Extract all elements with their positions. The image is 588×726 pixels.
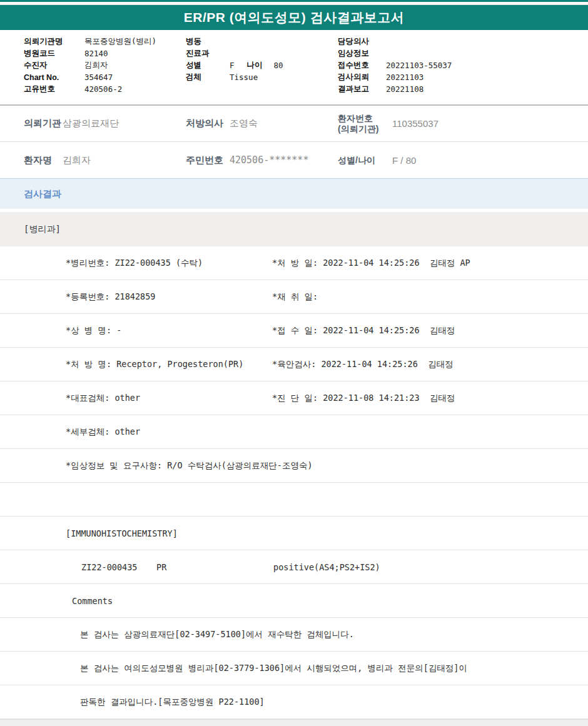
detail-row-registration-number: *등록번호: 21842859 *채 취 일: [0, 280, 588, 314]
sex-age-label: 성별/나이 [338, 155, 392, 166]
header-field: 수진자 김희자 [24, 59, 186, 71]
header-field: 병원코드 82140 [24, 48, 186, 59]
field-value: 20221108 [386, 84, 423, 94]
header-field: 결과보고 20221108 [338, 83, 588, 95]
field-label: 검체 [186, 72, 230, 83]
ihc-result-row: ZI22-000435 PR positive(AS4;PS2+IS2) [0, 550, 588, 584]
header-field: 접수번호 20221103-55037 [338, 59, 588, 71]
collection-date: *채 취 일: [272, 291, 318, 303]
comment-row-3: 판독한 결과입니다.[목포중앙병원 P22-1100] [0, 685, 588, 719]
ihc-specimen-code: ZI22-000435 [81, 562, 137, 572]
field-value: 20221103 [386, 73, 423, 82]
field-value: 82140 [84, 49, 108, 58]
report-title-bar: ER/PR (여의도성모) 검사결과보고서 [0, 5, 588, 30]
header-field: 고유번호 420506-2 [24, 83, 186, 95]
field-label: 검사의뢰 [338, 72, 386, 83]
prescribing-doctor-value: 조영숙 [230, 118, 258, 129]
detail-row-diagnosis-name: *상 병 명: - *접 수 일: 2022-11-04 14:25:26 김태… [0, 314, 588, 348]
patient-name-label: 환자명 [24, 154, 63, 166]
field-label-age: 나이 [247, 60, 274, 71]
detail-row-pathology-number: *병리번호: ZI22-000435 (수탁) *처 방 일: 2022-11-… [0, 246, 588, 280]
field-value: 354647 [84, 73, 113, 82]
detail-row-prescription-name: *처 방 명: Receptor, Progesteron(PR) *육안검사:… [0, 348, 588, 381]
referring-org-value: 삼광의료재단 [63, 118, 119, 129]
ihc-section-header: [IMMUNOHISTOCHEMISTRY] [66, 528, 178, 538]
diagnosis-date: *진 단 일: 2022-11-08 14:21:23 김태정 [272, 393, 455, 404]
gross-exam-date: *육안검사: 2022-11-04 14:25:26 김태정 [272, 359, 454, 370]
department-section-header: [병리과] [0, 212, 588, 246]
comment-row-2: 본 검사는 여의도성모병원 병리과[02-3779-1306]에서 시행되었으며… [0, 652, 588, 685]
resident-number-cell: 주민번호 420506-******* [186, 154, 338, 166]
report-header-info: 의뢰기관명 목포중앙병원(병리) 병원코드 82140 수진자 김희자 Char… [0, 30, 588, 106]
prescription-name: *처 방 명: Receptor, Progesteron(PR) [66, 359, 243, 370]
header-col-left: 의뢰기관명 목포중앙병원(병리) 병원코드 82140 수진자 김희자 Char… [0, 36, 186, 104]
patient-number-label-line2: (의뢰기관) [338, 124, 378, 134]
header-field: 담당의사 [338, 36, 588, 48]
patient-info-row-1: 의뢰기관 삼광의료재단 처방의사 조영숙 환자번호(의뢰기관) 11035503… [0, 106, 588, 142]
field-label: Chart No. [24, 73, 84, 82]
detail-row-main-specimen: *대표검체: other *진 단 일: 2022-11-08 14:21:23… [0, 381, 588, 415]
ihc-header-row: [IMMUNOHISTOCHEMISTRY] [0, 517, 588, 550]
sex-age-cell: 성별/나이 F / 80 [338, 155, 588, 166]
comments-label: Comments [72, 596, 113, 606]
field-value: 420506-2 [84, 84, 122, 94]
field-label: 진료과 [186, 48, 230, 59]
field-value: Tissue [230, 73, 258, 82]
resident-number-value: 420506-******* [230, 154, 308, 166]
diagnosis-name: *상 병 명: - [66, 325, 121, 336]
patient-info-row-2: 환자명 김희자 주민번호 420506-******* 성별/나이 F / 80 [0, 142, 588, 179]
header-col-right: 담당의사 임상정보 접수번호 20221103-55037 검사의뢰 20221… [338, 36, 588, 104]
comment-row-1: 본 검사는 삼광의료재단[02-3497-5100]에서 재수탁한 검체입니다. [0, 618, 588, 652]
header-field: Chart No. 354647 [24, 71, 186, 83]
test-results-section-header: 검사결과 [0, 179, 588, 209]
ihc-test-name: PR [156, 562, 166, 572]
comment-line-2: 본 검사는 여의도성모병원 병리과[02-3779-1306]에서 시행되었으며… [80, 663, 467, 674]
prescribing-doctor-label: 처방의사 [186, 118, 230, 129]
header-field: 성별 F 나이 80 [186, 59, 338, 71]
field-label: 접수번호 [338, 60, 386, 71]
field-label: 수진자 [24, 60, 84, 71]
header-field: 병동 [186, 36, 338, 48]
resident-number-label: 주민번호 [186, 154, 230, 166]
field-label: 성별 [186, 60, 230, 71]
field-value: F [230, 61, 235, 70]
pathology-number: *병리번호: ZI22-000435 (수탁) [66, 258, 203, 269]
field-label: 임상정보 [338, 48, 386, 59]
sub-specimen: *세부검체: other [66, 426, 140, 438]
header-field: 검사의뢰 20221103 [338, 71, 588, 83]
ihc-test-result: positive(AS4;PS2+IS2) [273, 562, 380, 572]
department-name: [병리과] [24, 224, 61, 235]
bottom-strip [0, 719, 588, 726]
field-label: 담당의사 [338, 36, 386, 47]
spacer-row [0, 483, 588, 517]
comments-header-row: Comments [0, 584, 588, 618]
field-label: 의뢰기관명 [24, 36, 84, 47]
comment-line-3: 판독한 결과입니다.[목포중앙병원 P22-1100] [80, 697, 265, 708]
detail-row-sub-specimen: *세부검체: other [0, 415, 588, 449]
field-value: 20221103-55037 [386, 61, 452, 70]
header-field: 진료과 [186, 48, 338, 59]
prescribing-doctor-cell: 처방의사 조영숙 [186, 118, 338, 129]
field-label: 결과보고 [338, 84, 386, 94]
clinical-info: *임상정보 및 요구사항: R/O 수탁검사(삼광의료재단-조영숙) [66, 460, 313, 471]
test-results-section-title: 검사결과 [24, 188, 61, 200]
header-field: 검체 Tissue [186, 71, 338, 83]
patient-number-value: 110355037 [392, 118, 438, 129]
receipt-date: *접 수 일: 2022-11-04 14:25:26 김태정 [272, 325, 455, 336]
header-field: 의뢰기관명 목포중앙병원(병리) [24, 36, 186, 48]
main-specimen: *대표검체: other [66, 393, 140, 404]
patient-number-label-line1: 환자번호 [338, 113, 373, 123]
header-col-middle: 병동 진료과 성별 F 나이 80 검체 Tissue [186, 36, 338, 104]
patient-name-value: 김희자 [63, 154, 91, 166]
field-label: 고유번호 [24, 84, 84, 94]
report-title: ER/PR (여의도성모) 검사결과보고서 [184, 9, 404, 26]
field-value-age: 80 [274, 61, 283, 70]
detail-row-clinical-info: *임상정보 및 요구사항: R/O 수탁검사(삼광의료재단-조영숙) [0, 449, 588, 483]
referring-org-cell: 의뢰기관 삼광의료재단 [0, 118, 186, 129]
field-label: 병원코드 [24, 48, 84, 59]
comment-line-1: 본 검사는 삼광의료재단[02-3497-5100]에서 재수탁한 검체입니다. [80, 629, 354, 640]
referring-org-label: 의뢰기관 [24, 118, 63, 129]
registration-number: *등록번호: 21842859 [66, 291, 155, 303]
patient-name-cell: 환자명 김희자 [0, 154, 186, 166]
patient-number-label: 환자번호(의뢰기관) [338, 113, 392, 134]
